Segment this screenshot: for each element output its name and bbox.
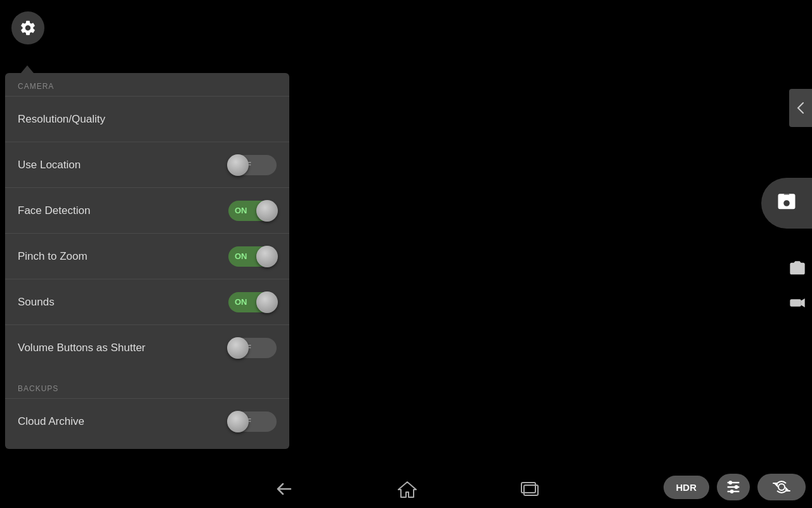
back-icon (273, 480, 296, 498)
volume-buttons-toggle[interactable]: OFF (228, 338, 277, 358)
recents-icon (519, 480, 539, 498)
small-camera-icon (789, 260, 806, 277)
cloud-archive-toggle[interactable]: OFF (228, 411, 277, 432)
home-button[interactable] (397, 479, 417, 498)
face-detection-item[interactable]: Face Detection ON (5, 187, 289, 233)
back-button[interactable] (273, 480, 296, 498)
sounds-label: Sounds (18, 296, 55, 309)
svg-point-9 (735, 485, 738, 489)
sounds-toggle-knob (256, 291, 278, 313)
volume-buttons-item[interactable]: Volume Buttons as Shutter OFF (5, 324, 289, 370)
use-location-toggle[interactable]: OFF (228, 155, 277, 175)
face-detection-label: Face Detection (18, 204, 90, 217)
panel-arrow (21, 65, 34, 73)
volume-buttons-toggle-knob (227, 337, 249, 359)
flip-camera-icon (771, 478, 792, 496)
use-location-toggle-knob (227, 154, 249, 176)
use-location-item[interactable]: Use Location OFF (5, 142, 289, 187)
volume-buttons-label: Volume Buttons as Shutter (18, 342, 145, 354)
flip-camera-button[interactable] (757, 474, 806, 500)
face-detection-toggle-knob (256, 200, 278, 222)
recents-button[interactable] (519, 480, 539, 498)
camera-section-header: CAMERA (5, 73, 289, 96)
small-camera-btn[interactable] (783, 254, 812, 283)
sounds-item[interactable]: Sounds ON (5, 279, 289, 324)
bottom-toolbar: HDR (664, 474, 806, 500)
chevron-left-icon (796, 102, 805, 114)
settings-button[interactable] (11, 11, 44, 44)
svg-rect-1 (790, 299, 801, 307)
sounds-toggle-label: ON (235, 297, 247, 307)
sliders-button[interactable] (717, 474, 750, 500)
side-controls (783, 254, 812, 318)
home-icon (397, 479, 417, 498)
svg-marker-2 (801, 298, 805, 307)
gear-icon (19, 19, 37, 37)
backups-section-header: BACKUPS (5, 375, 289, 398)
cloud-archive-label: Cloud Archive (18, 415, 84, 428)
chevron-button[interactable] (789, 89, 812, 127)
cloud-archive-item[interactable]: Cloud Archive OFF (5, 398, 289, 444)
resolution-quality-item[interactable]: Resolution/Quality (5, 96, 289, 142)
use-location-label: Use Location (18, 159, 81, 171)
svg-point-8 (728, 481, 732, 485)
cloud-archive-toggle-knob (227, 411, 249, 432)
camera-icon (775, 192, 798, 215)
pinch-to-zoom-item[interactable]: Pinch to Zoom ON (5, 233, 289, 279)
svg-point-11 (778, 484, 785, 490)
settings-panel: CAMERA Resolution/Quality Use Location O… (5, 73, 289, 449)
sounds-toggle[interactable]: ON (228, 292, 277, 312)
face-detection-toggle-label: ON (235, 206, 247, 215)
camera-shutter-button[interactable] (761, 178, 812, 229)
svg-point-10 (730, 490, 734, 493)
video-btn[interactable] (783, 288, 812, 318)
pinch-to-zoom-toggle[interactable]: ON (228, 246, 277, 267)
sliders-icon (724, 478, 742, 496)
video-icon (789, 294, 806, 312)
pinch-to-zoom-label: Pinch to Zoom (18, 250, 88, 263)
hdr-button[interactable]: HDR (664, 476, 710, 499)
face-detection-toggle[interactable]: ON (228, 201, 277, 221)
pinch-to-zoom-toggle-knob (256, 246, 278, 267)
pinch-to-zoom-toggle-label: ON (235, 251, 247, 261)
resolution-quality-label: Resolution/Quality (18, 113, 105, 126)
